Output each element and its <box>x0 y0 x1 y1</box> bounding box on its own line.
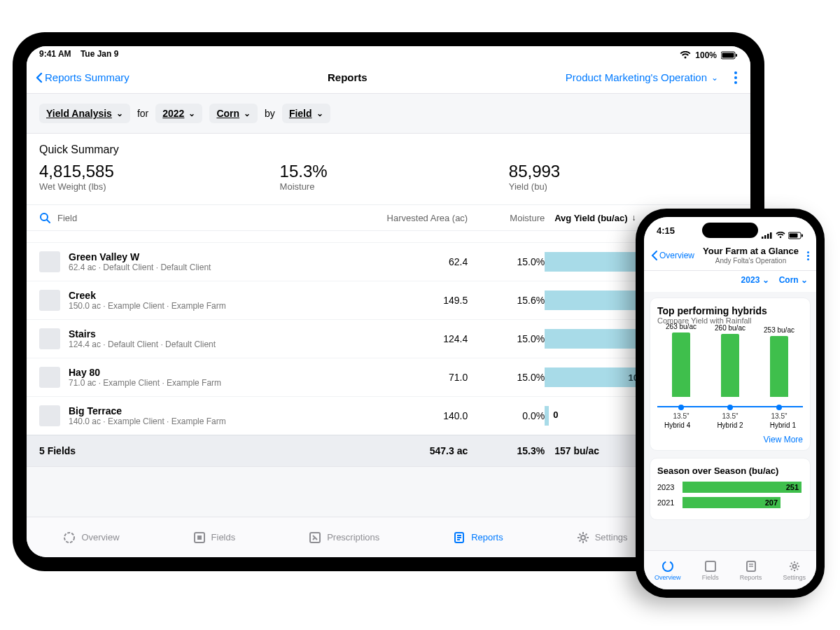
chevron-down-icon: ⌄ <box>711 73 718 83</box>
filter-crop[interactable]: Corn ⌄ <box>779 275 808 285</box>
rainfall-point <box>776 405 782 410</box>
chevron-down-icon: ⌄ <box>762 275 769 285</box>
cell-area: 62.4 <box>356 256 468 267</box>
tab-reports[interactable]: Reports <box>740 560 762 581</box>
filter-word-for: for <box>137 108 148 119</box>
dynamic-island <box>702 223 758 238</box>
back-button[interactable]: Overview <box>651 251 694 260</box>
tab-label: Overview <box>81 532 119 542</box>
svg-rect-2 <box>736 54 737 57</box>
card-title: Top performing hybrids <box>657 305 803 316</box>
reports-icon <box>745 560 757 573</box>
back-button[interactable]: Reports Summary <box>35 71 130 83</box>
svg-rect-22 <box>802 234 803 237</box>
ipad-status-bar: 9:41 AM Tue Jan 9 100% <box>27 46 750 62</box>
tab-fields[interactable]: Fields <box>702 560 719 581</box>
svg-line-4 <box>47 220 50 223</box>
hybrid-name: Hybrid 2 <box>717 421 743 429</box>
cell-moisture: 15.0% <box>468 256 545 267</box>
tab-prescriptions[interactable]: Prescriptions <box>309 531 379 544</box>
filter-crop-label: Corn <box>216 108 239 119</box>
summary-wet-weight-label: Wet Weight (lbs) <box>39 181 280 192</box>
chevron-down-icon: ⌄ <box>188 108 195 118</box>
search-icon[interactable] <box>39 212 50 223</box>
summary-title: Quick Summary <box>39 144 738 156</box>
field-subtext: 140.0 ac · Example Client · Example Farm <box>69 416 226 426</box>
tab-settings[interactable]: Settings <box>783 560 806 581</box>
totals-moisture: 15.3% <box>468 445 545 456</box>
card-title: Season over Season (bu/ac) <box>657 465 803 476</box>
iphone-filter-bar: 2023 ⌄ Corn ⌄ <box>644 271 816 292</box>
filter-preset[interactable]: Yield Analysis ⌄ <box>39 104 130 123</box>
filter-crop[interactable]: Corn ⌄ <box>209 104 258 123</box>
svg-rect-16 <box>762 237 764 239</box>
svg-point-13 <box>581 536 585 540</box>
status-time: 9:41 AM <box>39 49 71 59</box>
operation-selector[interactable]: Product Marketing's Operation ⌄ <box>566 71 718 83</box>
chevron-down-icon: ⌄ <box>316 108 323 118</box>
summary-wet-weight-value: 4,815,585 <box>39 162 280 181</box>
more-menu-button[interactable] <box>729 71 742 84</box>
iphone-device: 4:15 Overview Your Farm at a Glance Andy… <box>636 209 825 598</box>
fields-icon <box>704 560 717 573</box>
tab-overview[interactable]: Overview <box>63 531 119 544</box>
tab-label: Reports <box>740 574 762 581</box>
svg-rect-18 <box>767 234 769 239</box>
tab-fields[interactable]: Fields <box>193 531 236 544</box>
summary-moisture-value: 15.3% <box>280 162 509 181</box>
overview-icon <box>63 531 76 544</box>
col-field-label[interactable]: Field <box>57 213 77 223</box>
top-hybrids-card: Top performing hybrids Compare Yield wit… <box>650 298 811 451</box>
iphone-tab-bar: Overview Fields Reports Settings <box>644 550 816 589</box>
prescriptions-icon <box>309 531 321 544</box>
status-date: Tue Jan 9 <box>80 49 118 59</box>
tab-label: Overview <box>654 574 681 581</box>
hybrid-bar <box>721 334 739 397</box>
hybrid-name: Hybrid 4 <box>664 421 690 429</box>
hybrid-yield-value: 253 bu/ac <box>764 326 794 334</box>
tab-settings[interactable]: Settings <box>577 531 628 544</box>
field-name: Stairs <box>69 328 216 340</box>
cell-area: 124.4 <box>356 333 468 344</box>
reports-icon <box>453 531 465 544</box>
field-thumbnail <box>39 328 60 349</box>
more-menu-button[interactable] <box>807 251 809 260</box>
sort-descending-icon: ↓ <box>631 213 636 223</box>
gear-icon <box>788 560 801 573</box>
filter-group-label: Field <box>289 108 312 119</box>
summary-yield-label: Yield (bu) <box>509 181 738 192</box>
tab-reports[interactable]: Reports <box>453 531 503 544</box>
hybrid-yield-value: 260 bu/ac <box>715 324 746 332</box>
chevron-down-icon: ⌄ <box>801 275 808 285</box>
field-thumbnail <box>39 251 60 272</box>
view-more-link[interactable]: View More <box>657 435 803 444</box>
wifi-icon <box>680 51 691 59</box>
chevron-down-icon: ⌄ <box>116 108 123 118</box>
tab-overview[interactable]: Overview <box>654 560 681 581</box>
back-label: Overview <box>659 251 694 260</box>
col-area-label[interactable]: Harvested Area (ac) <box>356 213 468 223</box>
hybrid-col: 253 bu/ac 13.5" <box>760 326 799 420</box>
sos-bar: 251 <box>682 482 802 493</box>
fields-icon <box>193 531 206 544</box>
filter-bar: Yield Analysis ⌄ for 2022 ⌄ Corn ⌄ by Fi… <box>27 94 750 133</box>
field-subtext: 150.0 ac · Example Client · Example Farm <box>69 301 226 311</box>
hybrid-rainfall-value: 13.5" <box>673 412 689 420</box>
chevron-down-icon: ⌄ <box>244 108 251 118</box>
ipad-nav-bar: Reports Summary Reports Product Marketin… <box>27 62 750 94</box>
hybrid-rainfall-value: 13.5" <box>771 412 787 420</box>
totals-area: 547.3 ac <box>356 445 468 456</box>
field-name: Creek <box>69 290 226 301</box>
svg-point-28 <box>792 564 796 568</box>
col-moisture-label[interactable]: Moisture <box>468 213 545 223</box>
cell-moisture: 0.0% <box>468 410 545 421</box>
field-thumbnail <box>39 367 60 388</box>
filter-word-by: by <box>265 108 275 119</box>
hybrid-col: 263 bu/ac 13.5" <box>662 323 701 420</box>
iphone-nav-bar: Overview Your Farm at a Glance Andy Folt… <box>644 245 816 271</box>
sos-year: 2023 <box>657 483 678 491</box>
filter-year[interactable]: 2023 ⌄ <box>741 275 769 285</box>
rainfall-point <box>678 405 684 410</box>
filter-year[interactable]: 2022 ⌄ <box>155 104 202 123</box>
filter-group[interactable]: Field ⌄ <box>282 104 330 123</box>
